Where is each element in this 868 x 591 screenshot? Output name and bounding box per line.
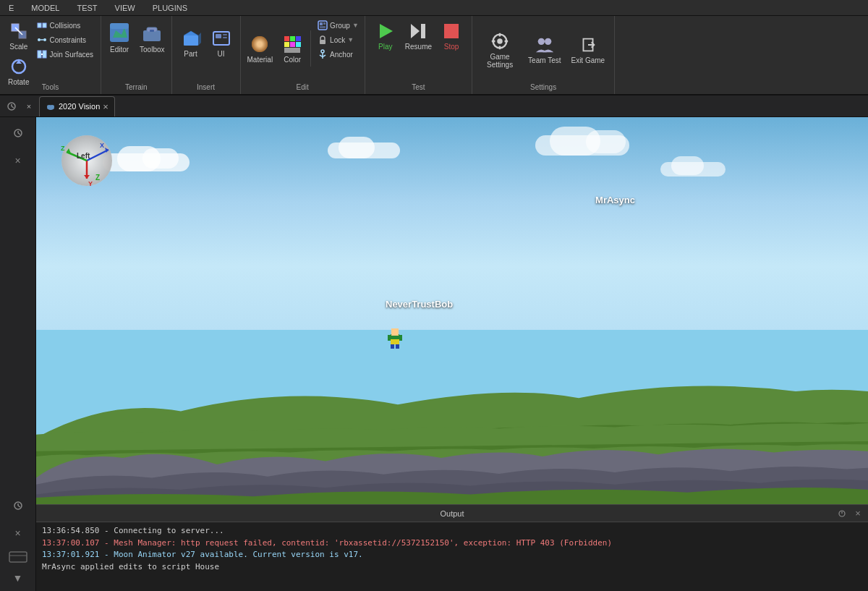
svg-rect-5: [43, 23, 46, 27]
team-test-label: Team Test: [528, 56, 561, 64]
team-test-button[interactable]: Team Test: [524, 19, 564, 91]
toolbar: Scale Rotate Collisions: [0, 16, 868, 95]
settings-group-label: Settings: [472, 83, 614, 91]
stop-button[interactable]: Stop: [437, 19, 466, 64]
test-group-label: Test: [365, 83, 472, 91]
compass: X Y Z Left Z: [58, 132, 116, 190]
group-button[interactable]: Group ▼: [315, 19, 362, 32]
output-pin-button[interactable]: [835, 507, 849, 520]
svg-rect-10: [43, 51, 46, 58]
sidebar-pin-button[interactable]: [5, 120, 31, 146]
svg-rect-4: [38, 23, 41, 27]
color-button[interactable]: Color: [278, 19, 307, 78]
collisions-constraints-btns: Collisions Constraints Join Surfaces: [34, 19, 96, 74]
player-sprite: [387, 327, 403, 349]
svg-marker-38: [380, 24, 393, 38]
constraints-button[interactable]: Constraints: [34, 33, 96, 46]
menu-view[interactable]: VIEW: [112, 2, 138, 14]
ui-button[interactable]: UI: [207, 26, 236, 60]
material-button[interactable]: Material: [244, 19, 277, 78]
svg-rect-44: [499, 33, 501, 36]
sidebar-close-button2[interactable]: ×: [5, 520, 31, 546]
exit-game-label: Exit Game: [571, 56, 605, 64]
svg-point-49: [545, 38, 551, 45]
game-settings-label: Game Settings: [482, 53, 518, 69]
lock-icon: [318, 35, 328, 45]
svg-rect-81: [396, 344, 399, 349]
sidebar-panel-button[interactable]: [8, 550, 28, 564]
clouds: [36, 117, 868, 311]
constraints-icon: [37, 35, 47, 45]
main-area: × × ▼: [0, 117, 868, 591]
tools-group: Scale Rotate Collisions: [0, 16, 101, 94]
edit-group-label: Edit: [241, 83, 365, 91]
lock-dropdown-icon: ▼: [347, 36, 354, 43]
output-header-buttons: ×: [835, 507, 865, 520]
svg-rect-27: [284, 42, 289, 47]
log-line-3: MrAsync applied edits to script House: [42, 561, 862, 574]
edit-buttons-row: Material Color: [244, 19, 362, 91]
material-icon: [250, 34, 270, 54]
menu-plugins[interactable]: PLUGINS: [150, 2, 190, 14]
anchor-button[interactable]: Anchor: [315, 48, 362, 61]
svg-rect-30: [284, 48, 300, 53]
svg-rect-33: [323, 22, 326, 25]
scale-button[interactable]: Scale: [4, 19, 33, 53]
sidebar-dropdown-button[interactable]: ▼: [5, 565, 31, 591]
editor-button[interactable]: Editor: [104, 19, 135, 56]
group-label: Group: [330, 22, 350, 30]
svg-rect-77: [391, 328, 399, 336]
lock-label: Lock: [330, 36, 345, 44]
tab-title: 2020 Vision: [59, 102, 100, 111]
resume-button[interactable]: Resume: [401, 19, 435, 64]
terrain-buttons-row: Editor Toolbox: [104, 19, 168, 59]
menu-test[interactable]: TEST: [74, 2, 100, 14]
menu-model[interactable]: MODEL: [28, 2, 62, 14]
edit-separator: [310, 30, 311, 67]
ui-icon: [211, 28, 231, 48]
cloud2: [328, 137, 400, 162]
terrain-svg: [36, 292, 868, 504]
svg-text:X: X: [100, 142, 104, 149]
svg-rect-20: [223, 34, 227, 35]
color-label: Color: [284, 56, 301, 64]
game-settings-button[interactable]: Game Settings: [478, 19, 522, 91]
svg-line-58: [18, 133, 20, 135]
play-button[interactable]: Play: [371, 19, 400, 64]
join-surfaces-button[interactable]: Join Surfaces: [34, 48, 96, 61]
play-icon: [375, 21, 396, 41]
svg-rect-78: [388, 335, 391, 341]
svg-rect-24: [284, 36, 289, 41]
lock-button[interactable]: Lock ▼: [315, 33, 362, 46]
editor-icon: [108, 21, 131, 44]
menu-e[interactable]: E: [6, 2, 17, 14]
stop-label: Stop: [444, 43, 459, 51]
exit-game-button[interactable]: Exit Game: [567, 19, 608, 91]
output-close-button[interactable]: ×: [851, 507, 865, 520]
viewport[interactable]: X Y Z Left Z MrAsync: [36, 117, 868, 504]
svg-text:Y: Y: [88, 180, 93, 187]
svg-rect-16: [150, 30, 154, 32]
team-test-icon: [535, 35, 555, 55]
svg-rect-46: [492, 40, 495, 42]
toolbox-button[interactable]: Toolbox: [136, 19, 168, 56]
collisions-button[interactable]: Collisions: [34, 19, 96, 32]
part-label: Part: [184, 50, 197, 58]
tab-2020vision[interactable]: 2020 Vision ×: [39, 96, 115, 116]
sidebar-close-button[interactable]: ×: [5, 148, 31, 174]
constraints-label: Constraints: [49, 36, 86, 44]
svg-point-23: [252, 36, 268, 52]
color-icon: [282, 34, 302, 54]
resume-label: Resume: [405, 43, 432, 51]
tab-close-button[interactable]: ×: [103, 101, 109, 112]
resume-icon: [408, 21, 428, 41]
insert-buttons: Part UI: [176, 19, 236, 80]
svg-rect-28: [290, 42, 295, 47]
log-line-1: 13:37:00.107 - Mesh Manager: http reques…: [42, 537, 862, 550]
tabbar: × 2020 Vision ×: [0, 95, 868, 117]
compass-left-label: Left: [77, 152, 90, 160]
sidebar-pin-button2[interactable]: [5, 493, 31, 519]
right-content: X Y Z Left Z MrAsync: [36, 117, 868, 591]
svg-point-6: [38, 38, 41, 41]
part-button[interactable]: Part: [176, 26, 205, 60]
